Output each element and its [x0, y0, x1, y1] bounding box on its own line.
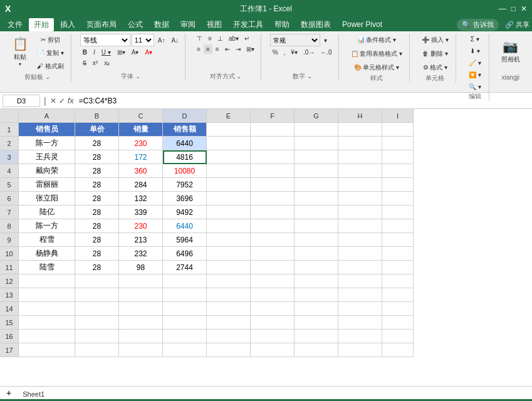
list-item[interactable] — [163, 288, 207, 302]
insert-btn[interactable]: ➕ 插入 ▾ — [419, 34, 452, 46]
list-item[interactable] — [119, 343, 163, 357]
col-header-G[interactable]: G — [295, 109, 338, 123]
share-btn[interactable]: 🔗 共享 — [505, 20, 529, 29]
list-item[interactable] — [295, 343, 338, 357]
sum-btn[interactable]: Σ ▾ — [465, 34, 485, 44]
col-header-B[interactable]: B — [75, 109, 119, 123]
list-item[interactable] — [338, 219, 382, 233]
list-item[interactable] — [382, 164, 414, 178]
list-item[interactable]: 陈一方 — [19, 137, 75, 150]
list-item[interactable] — [295, 206, 338, 219]
col-header-A[interactable]: A — [19, 109, 75, 123]
list-item[interactable]: 28 — [75, 206, 119, 219]
row-header-2[interactable]: 2 — [0, 137, 19, 150]
list-item[interactable] — [251, 178, 295, 192]
list-item[interactable] — [207, 261, 251, 274]
list-item[interactable]: 6440 — [163, 137, 207, 150]
list-item[interactable] — [338, 330, 382, 343]
list-item[interactable] — [207, 343, 251, 357]
align-left-btn[interactable]: ≡ — [194, 44, 203, 54]
list-item[interactable] — [19, 288, 75, 302]
align-bottom-btn[interactable]: ⊥ — [215, 34, 226, 43]
list-item[interactable]: 339 — [119, 206, 163, 219]
list-item[interactable] — [119, 330, 163, 343]
list-item[interactable] — [75, 316, 119, 330]
list-item[interactable] — [251, 206, 295, 219]
list-item[interactable] — [119, 274, 163, 288]
list-item[interactable] — [295, 316, 338, 330]
conditional-format-btn[interactable]: 📊 条件格式 ▾ — [348, 34, 406, 46]
list-item[interactable] — [338, 247, 382, 261]
list-item[interactable] — [338, 150, 382, 164]
list-item[interactable]: 3696 — [163, 192, 207, 206]
list-item[interactable] — [382, 123, 414, 137]
list-item[interactable] — [338, 123, 382, 137]
list-item[interactable] — [119, 316, 163, 330]
list-item[interactable] — [251, 150, 295, 164]
list-item[interactable]: 7952 — [163, 178, 207, 192]
menu-page-layout[interactable]: 页面布局 — [81, 18, 122, 31]
clear-btn[interactable]: 🧹 ▾ — [465, 58, 485, 68]
row-header-8[interactable]: 8 — [0, 219, 19, 233]
list-item[interactable]: 10080 — [163, 164, 207, 178]
row-header-9[interactable]: 9 — [0, 233, 19, 247]
list-item[interactable] — [338, 274, 382, 288]
list-item[interactable]: 雷丽丽 — [19, 178, 75, 192]
list-item[interactable] — [207, 192, 251, 206]
list-item[interactable] — [295, 233, 338, 247]
row-header-1[interactable]: 1 — [0, 123, 19, 137]
bold-btn[interactable]: B — [80, 48, 90, 57]
list-item[interactable]: 6496 — [163, 247, 207, 261]
currency-btn[interactable]: ¥▾ — [288, 48, 300, 57]
list-item[interactable] — [382, 330, 414, 343]
list-item[interactable] — [295, 330, 338, 343]
list-item[interactable] — [382, 343, 414, 357]
row-header-11[interactable]: 11 — [0, 261, 19, 274]
row-header-5[interactable]: 5 — [0, 178, 19, 192]
decrease-indent-btn[interactable]: ⇤ — [222, 44, 232, 54]
row-header-3[interactable]: 3 — [0, 150, 19, 164]
list-item[interactable] — [295, 192, 338, 206]
list-item[interactable]: 28 — [75, 137, 119, 150]
decrease-font-btn[interactable]: A↓ — [169, 36, 181, 45]
list-item[interactable] — [163, 330, 207, 343]
list-item[interactable] — [251, 316, 295, 330]
list-item[interactable]: 5964 — [163, 233, 207, 247]
minimize-btn[interactable]: — — [499, 4, 506, 13]
list-item[interactable] — [338, 261, 382, 274]
superscript-btn[interactable]: x² — [90, 58, 100, 68]
align-center-btn[interactable]: ≡ — [204, 44, 212, 54]
border-btn[interactable]: ⊞▾ — [115, 48, 128, 57]
decrease-decimal-btn[interactable]: ←.0 — [318, 48, 334, 57]
fill-color-btn[interactable]: A▾ — [129, 48, 142, 57]
list-item[interactable] — [207, 206, 251, 219]
list-item[interactable]: 销量 — [119, 123, 163, 137]
subscript-btn[interactable]: x₂ — [102, 58, 112, 68]
row-header-12[interactable]: 12 — [0, 274, 19, 288]
align-top-btn[interactable]: ⊤ — [194, 34, 205, 43]
list-item[interactable] — [19, 316, 75, 330]
list-item[interactable] — [251, 192, 295, 206]
list-item[interactable] — [75, 274, 119, 288]
col-header-E[interactable]: E — [207, 109, 251, 123]
list-item[interactable] — [119, 288, 163, 302]
list-item[interactable]: 232 — [119, 247, 163, 261]
list-item[interactable]: 戴向荣 — [19, 164, 75, 178]
list-item[interactable]: 2744 — [163, 261, 207, 274]
strikethrough-btn[interactable]: S̶ — [80, 58, 89, 68]
list-item[interactable] — [75, 343, 119, 357]
list-item[interactable] — [75, 330, 119, 343]
list-item[interactable] — [338, 137, 382, 150]
list-item[interactable] — [251, 302, 295, 316]
list-item[interactable] — [295, 274, 338, 288]
list-item[interactable] — [338, 343, 382, 357]
increase-decimal-btn[interactable]: .0→ — [301, 48, 317, 57]
list-item[interactable] — [163, 343, 207, 357]
list-item[interactable] — [338, 164, 382, 178]
font-color-btn[interactable]: A▾ — [142, 48, 155, 57]
list-item[interactable] — [251, 288, 295, 302]
list-item[interactable]: 230 — [119, 219, 163, 233]
align-right-btn[interactable]: ≡ — [213, 44, 222, 54]
menu-data[interactable]: 数据 — [149, 18, 174, 31]
close-btn[interactable]: ✕ — [521, 4, 527, 13]
